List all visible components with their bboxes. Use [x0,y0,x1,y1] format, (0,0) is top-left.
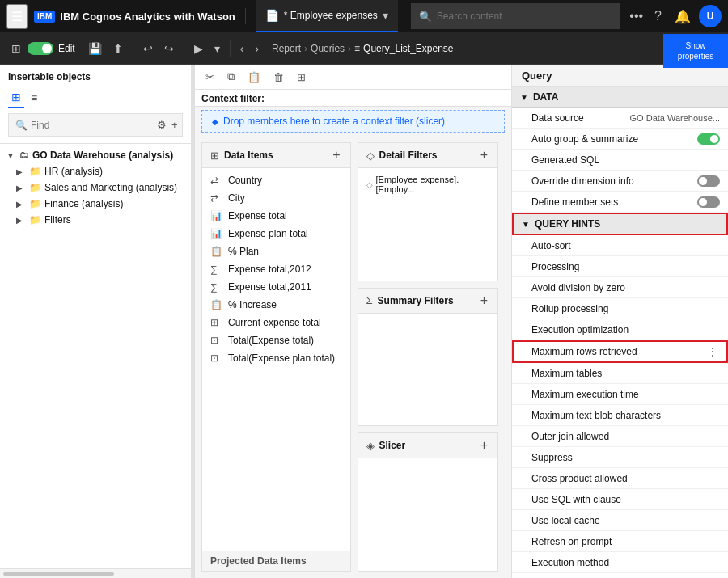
prop-rollup[interactable]: Rollup processing [512,298,728,319]
breadcrumb-page: Query_List_Expense [363,43,453,54]
sidebar: Insertable objects ⊞ ≡ 🔍 ⚙ + ▼ 🗂 GO Data… [0,65,192,578]
context-filter-drop-area[interactable]: ◆ Drop members here to create a context … [201,110,505,133]
save-button[interactable]: 💾 [83,39,107,58]
tree-item-sales[interactable]: ▶ 📁 Sales and Marketing (analysis) [0,179,191,196]
data-item-expense-plan[interactable]: 📊 Expense plan total [202,225,350,243]
notifications-button[interactable]: 🔔 [670,6,696,27]
data-items-add-button[interactable]: + [331,148,341,162]
data-item-country[interactable]: ⇄ Country [202,171,350,189]
query-hints-section: ▼ QUERY HINTS Auto-sort Processing Avoid… [512,213,728,578]
data-item-pct-increase[interactable]: 📋 % Increase [202,296,350,314]
hamburger-menu[interactable]: ☰ [6,4,28,29]
tab-dropdown-icon[interactable]: ▾ [383,9,388,22]
sidebar-search-input[interactable] [31,120,152,131]
filter-icon-1: ◇ [366,180,373,189]
prop-processing[interactable]: Processing [512,256,728,277]
redo-button[interactable]: ↪ [159,39,179,58]
prop-max-text-blob[interactable]: Maximum text blob characters [512,405,728,426]
help-button[interactable]: ? [650,6,667,27]
prop-local-cache[interactable]: Use local cache [512,510,728,531]
prop-max-exec-time[interactable]: Maximum execution time [512,384,728,405]
sidebar-scrollbar[interactable] [0,568,191,578]
data-item-city[interactable]: ⇄ City [202,189,350,207]
search-input[interactable] [437,11,612,22]
prop-generated-sql[interactable]: Generated SQL [512,150,728,171]
breadcrumb-report[interactable]: Report [272,43,301,54]
prop-param-info[interactable]: Use for parameter info [512,573,728,578]
data-section-header[interactable]: ▼ DATA [512,87,728,108]
prop-sql-with[interactable]: Use SQL with clause [512,489,728,510]
data-item-expense-2011[interactable]: ∑ Expense total,2011 [202,278,350,296]
data-item-expense-total[interactable]: 📊 Expense total [202,207,350,225]
data-item-pct-plan[interactable]: 📋 % Plan [202,243,350,260]
query-hints-header[interactable]: ▼ QUERY HINTS [512,213,728,235]
sidebar-add-button[interactable]: + [170,117,180,133]
data-item-total-expense[interactable]: ⊡ Total(Expense total) [202,331,350,349]
top-bar: ☰ IBM IBM Cognos Analytics with Watson 📄… [0,0,728,32]
summary-filters-content [358,314,498,426]
tree-item-go-data[interactable]: ▼ 🗂 GO Data Warehouse (analysis) [0,147,191,163]
edit-toggle-switch[interactable] [28,42,53,55]
sidebar-tab-data[interactable]: ⊞ [8,87,24,108]
run-dropdown-button[interactable]: ▾ [210,39,225,58]
prop-outer-join[interactable]: Outer join allowed [512,426,728,447]
data-items-title: Data Items [224,150,331,161]
data-item-country-icon: ⇄ [210,175,223,186]
detail-filters-add-button[interactable]: + [479,148,489,162]
data-item-total2-icon: ⊡ [210,352,223,364]
context-filter-grid[interactable]: ⊞ [293,69,310,86]
nav-back-button[interactable]: ‹ [235,39,249,58]
prop-execution-opt[interactable]: Execution optimization [512,319,728,340]
prop-data-source-label: Data source [531,112,630,124]
more-options-icon[interactable]: ••• [629,9,643,23]
nav-forward-button[interactable]: › [250,39,264,58]
breadcrumb-queries[interactable]: Queries [311,43,345,54]
prop-auto-sort[interactable]: Auto-sort [512,235,728,256]
prop-refresh-prompt[interactable]: Refresh on prompt [512,531,728,552]
share-button[interactable]: ⬆ [108,39,128,58]
tree-arrow-filters: ▶ [16,216,26,225]
prop-define-member-toggle[interactable] [697,196,720,208]
summary-filters-add-button[interactable]: + [479,293,489,308]
prop-auto-group-toggle[interactable] [697,133,720,145]
tree-label-filters: Filters [44,214,71,226]
context-filter-paste[interactable]: 📋 [243,69,265,86]
prop-cross-product[interactable]: Cross product allowed [512,468,728,489]
prop-exec-method[interactable]: Execution method [512,552,728,573]
slicer-add-button[interactable]: + [479,438,489,453]
data-item-total-plan[interactable]: ⊡ Total(Expense plan total) [202,349,350,367]
resize-handle[interactable] [192,65,195,578]
show-properties-label[interactable]: Show properties [663,34,728,68]
query-panel-title: Query [522,70,552,82]
document-icon: 📄 [265,9,279,22]
data-item-expense-2012[interactable]: ∑ Expense total,2012 [202,260,350,278]
run-button[interactable]: ▶ [189,39,208,58]
context-filter-copy[interactable]: ⧉ [223,68,239,86]
tree-arrow-hr: ▶ [16,167,26,176]
prop-suppress[interactable]: Suppress [512,447,728,468]
prop-max-tables[interactable]: Maximum tables [512,363,728,384]
filter-item-1[interactable]: ◇ [Employee expense].[Employ... [358,171,498,197]
data-item-plan-icon: 📊 [210,228,223,239]
prop-override-dim-toggle[interactable] [697,175,720,187]
prop-avoid-division[interactable]: Avoid division by zero [512,277,728,298]
tree-item-filters[interactable]: ▶ 📁 Filters [0,212,191,228]
prop-max-rows-dots[interactable]: ⋮ [707,345,718,358]
avatar[interactable]: U [699,5,722,27]
context-filter-cut[interactable]: ✂ [201,69,218,86]
sidebar-search-row: 🔍 ⚙ + [8,113,183,137]
tree-label-finance: Finance (analysis) [44,198,123,209]
document-tab[interactable]: 📄 * Employee expenses ▾ [256,0,398,32]
pages-toggle-button[interactable]: ⊞ [6,39,26,58]
search-bar[interactable]: 🔍 [411,3,620,29]
tree-item-finance[interactable]: ▶ 📁 Finance (analysis) [0,196,191,212]
data-item-current-expense[interactable]: ⊞ Current expense total [202,314,350,331]
tree-item-hr[interactable]: ▶ 📁 HR (analysis) [0,163,191,179]
prop-data-source: Data source GO Data Warehouse... [512,108,728,129]
sidebar-gear-button[interactable]: ⚙ [155,117,168,133]
prop-execution-opt-label: Execution optimization [531,324,720,335]
context-filter-delete[interactable]: 🗑 [269,69,288,86]
prop-max-rows[interactable]: Maximum rows retrieved ⋮ [512,340,728,363]
undo-button[interactable]: ↩ [138,39,158,58]
sidebar-tab-fields[interactable]: ≡ [28,87,40,108]
